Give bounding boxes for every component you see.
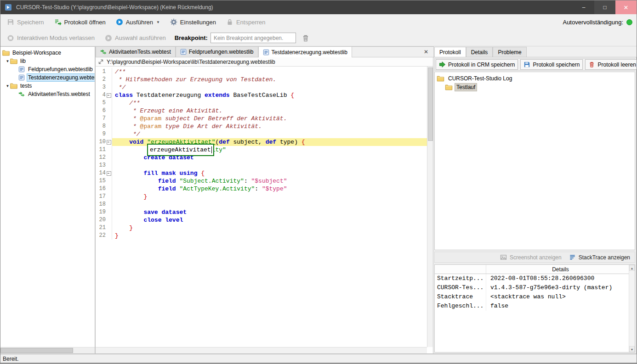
editor-tab-bar: AktivitaetenTests.webtestFeldpruefungen.… xyxy=(96,47,433,57)
tab-details[interactable]: Details xyxy=(466,47,493,57)
line-number: 4 xyxy=(96,91,106,99)
code-editor[interactable]: 1/**2 * Hilfsmethoden zur Erzeugung von … xyxy=(96,67,427,347)
stacktrace-anzeigen-button[interactable]: StackTrace anzeigen xyxy=(569,254,630,261)
code-line-6[interactable]: 6 * Erzeugt eine Aktivität. xyxy=(96,107,427,115)
fold-marker-icon[interactable] xyxy=(106,169,112,177)
code-token: fill mask using xyxy=(143,170,197,177)
tree-item-beispiel-workspace[interactable]: Beispiel-Workspace xyxy=(0,49,95,57)
protokoll-speichern-button[interactable]: Protokoll speichern xyxy=(520,59,583,70)
code-line-11[interactable]: 11 mask "Activity" xyxy=(96,146,427,154)
line-number: 7 xyxy=(96,115,106,123)
details-row[interactable]: Startzeitp...2022-08-01T08:55:28.2606963… xyxy=(435,274,635,283)
code-token: "$subject" xyxy=(251,178,287,185)
code-line-9[interactable]: 9 */ xyxy=(96,130,427,138)
window-title: CURSOR-Test-Studio (Y:\playground\Beispi… xyxy=(16,4,213,11)
details-scrollbar[interactable]: ▲ ▼ xyxy=(629,265,635,352)
details-row[interactable]: Stacktrace<stacktrace was null> xyxy=(435,292,635,302)
scroll-down-arrow-icon[interactable]: ▼ xyxy=(629,346,635,352)
protokoll-in-crm-speichern-button[interactable]: Protokoll in CRM speichern xyxy=(436,59,518,70)
expand-editor-icon[interactable] xyxy=(98,59,104,65)
fold-marker-icon[interactable] xyxy=(106,91,112,99)
code-token: "Subject.Activity" xyxy=(179,178,244,185)
code-line-1[interactable]: 1/** xyxy=(96,68,427,76)
code-line-10[interactable]: 10 void "erzeugeAktivitaet"(def subject,… xyxy=(96,138,427,146)
editor-vertical-scrollbar[interactable] xyxy=(427,67,433,347)
tab-aktivitaetentests-webtest[interactable]: AktivitaetenTests.webtest xyxy=(96,46,176,57)
code-line-3[interactable]: 3 */ xyxy=(96,84,427,91)
code-line-20[interactable]: 20 close level xyxy=(96,216,427,224)
tab-label: Probleme xyxy=(498,49,521,56)
run-gray-icon xyxy=(105,34,112,42)
code-line-15[interactable]: 15 field "Subject.Activity": "$subject" xyxy=(96,177,427,185)
scrollbar-thumb[interactable] xyxy=(0,348,73,353)
code-token: */ xyxy=(115,131,140,138)
protokoll-ffnen-button[interactable]: Protokoll öffnen xyxy=(52,17,108,27)
tree-expander-icon[interactable]: ▼ xyxy=(5,84,10,88)
tree-item-tests[interactable]: ▼tests xyxy=(0,82,95,90)
screenshot-icon xyxy=(500,254,507,261)
scroll-up-arrow-icon[interactable]: ▲ xyxy=(629,265,635,271)
protokoll-leeren-button[interactable]: Protokoll leeren xyxy=(585,59,637,70)
code-line-13[interactable]: 13 xyxy=(96,162,427,169)
close-editor-icon[interactable]: ✕ xyxy=(419,49,433,55)
line-gutter: 7 xyxy=(96,115,112,123)
tab-feldpruefungen-webtestlib[interactable]: Feldpruefungen.webtestlib xyxy=(176,46,258,57)
code-token xyxy=(115,209,143,216)
code-token: { xyxy=(290,92,294,99)
tab-label: Protokoll xyxy=(439,49,461,56)
folder-icon xyxy=(437,75,444,82)
code-line-5[interactable]: 5 /** xyxy=(96,99,427,107)
breakpoint-trash-button[interactable] xyxy=(301,34,310,42)
code-line-2[interactable]: 2 * Hilfsmethoden zur Erzeugung von Test… xyxy=(96,76,427,84)
tab-probleme[interactable]: Probleme xyxy=(493,47,526,57)
code-token: "ActTypeKey.Activity" xyxy=(179,185,255,192)
tab-testdatenerzeugung-webtestlib[interactable]: Testdatenerzeugung.webtestlib xyxy=(258,46,352,57)
code-line-7[interactable]: 7 * @param subject Der Betreff der Aktiv… xyxy=(96,115,427,123)
tree-item-aktivitaetentests-webtest[interactable]: AktivitaetenTests.webtest xyxy=(0,90,95,98)
tree-horizontal-scrollbar[interactable] xyxy=(0,347,95,353)
maximize-button[interactable]: □ xyxy=(594,0,615,14)
code-text: save dataset xyxy=(112,208,427,216)
tree-expander-icon[interactable]: ▼ xyxy=(5,59,10,63)
main-toolbar: SpeichernProtokoll öffnenAusführen▼Einst… xyxy=(0,14,637,30)
code-line-21[interactable]: 21 } xyxy=(96,224,427,232)
minimize-button[interactable]: – xyxy=(573,0,594,14)
close-button[interactable]: ✕ xyxy=(615,0,637,14)
fold-gutter-space xyxy=(106,154,112,162)
code-line-22[interactable]: 22} xyxy=(96,232,427,240)
code-text: * Hilfsmethoden zur Erzeugung von Testda… xyxy=(112,76,427,84)
einstellungen-button[interactable]: Einstellungen xyxy=(168,17,218,27)
tab-protokoll[interactable]: Protokoll xyxy=(434,47,466,57)
code-line-18[interactable]: 18 xyxy=(96,201,427,208)
tree-item-cursor-test-studio-log[interactable]: CURSOR-Test-Studio Log xyxy=(435,74,635,83)
line-gutter: 5 xyxy=(96,99,112,107)
fold-marker-icon[interactable] xyxy=(106,138,112,146)
tree-item-feldpruefungen-webtestlib[interactable]: Feldpruefungen.webtestlib xyxy=(0,65,95,73)
line-gutter: 14 xyxy=(96,169,112,177)
dropdown-caret-icon[interactable]: ▼ xyxy=(156,20,160,24)
scrollbar-thumb[interactable] xyxy=(428,67,433,141)
code-line-8[interactable]: 8 * @param type Die Art der Aktivität. xyxy=(96,123,427,130)
code-token: } xyxy=(143,193,147,200)
code-line-4[interactable]: 4class Testdatenerzeugung extends BaseTe… xyxy=(96,91,427,99)
editor-horizontal-scrollbar[interactable] xyxy=(96,347,427,353)
details-row[interactable]: CURSOR-Tes...v1.4.3-587-g75e96e3-dirty (… xyxy=(435,283,635,292)
details-row[interactable]: Fehlgeschl...false xyxy=(435,302,635,311)
tree-item-lib[interactable]: ▼lib xyxy=(0,57,95,65)
ausf-hren-button[interactable]: Ausführen▼ xyxy=(114,17,162,27)
breakpoint-label: Breakpoint: xyxy=(175,34,208,41)
code-line-16[interactable]: 16 field "ActTypeKey.Activity": "$type" xyxy=(96,185,427,193)
rename-edit-box[interactable]: erzeugeAktivitaet xyxy=(147,144,214,156)
tree-item-testdatenerzeugung-webtestlib[interactable]: Testdatenerzeugung.webtestlib xyxy=(0,73,95,82)
code-token: @param xyxy=(140,123,162,130)
tree-item-testlauf[interactable]: Testlauf xyxy=(435,83,635,91)
code-line-14[interactable]: 14 fill mask using { xyxy=(96,169,427,177)
details-key-column-header xyxy=(435,265,486,274)
tree-item-label: tests xyxy=(19,82,33,90)
editor-tabs: AktivitaetenTests.webtestFeldpruefungen.… xyxy=(96,46,352,57)
code-line-17[interactable]: 17 } xyxy=(96,193,427,201)
breakpoint-input[interactable] xyxy=(210,33,296,43)
code-line-12[interactable]: 12 create dataset xyxy=(96,154,427,162)
code-line-19[interactable]: 19 save dataset xyxy=(96,208,427,216)
code-token: void xyxy=(129,139,143,146)
